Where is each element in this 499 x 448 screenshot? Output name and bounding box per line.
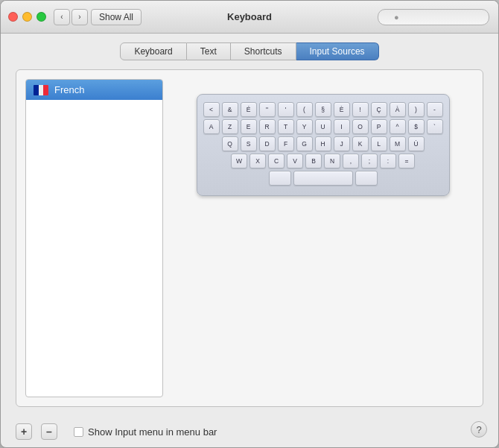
nav-buttons: ‹ › — [54, 9, 88, 25]
help-button[interactable]: ? — [471, 421, 487, 438]
keyboard-row-3: Q S D F G H J K L M Ù — [203, 136, 443, 151]
back-button[interactable]: ‹ — [54, 9, 70, 25]
show-all-button[interactable]: Show All — [91, 9, 142, 25]
key-A-grave[interactable]: À — [390, 102, 406, 117]
key-V[interactable]: V — [287, 154, 303, 168]
key-H[interactable]: H — [315, 136, 331, 151]
key-J[interactable]: J — [334, 136, 350, 151]
key-modifier-r[interactable] — [355, 171, 378, 186]
key-E-acute[interactable]: É — [241, 102, 257, 117]
key-modifier-l[interactable] — [269, 171, 291, 186]
key-semicolon[interactable]: ; — [361, 154, 378, 168]
keyboard-preview: < & É " ' ( § È ! Ç À ) - — [197, 94, 450, 196]
maximize-button[interactable] — [36, 12, 46, 22]
key-I[interactable]: I — [334, 119, 350, 134]
key-colon[interactable]: : — [380, 154, 396, 168]
show-input-menu-checkbox[interactable] — [74, 427, 83, 437]
tab-input-sources[interactable]: Input Sources — [296, 42, 379, 60]
key-caret[interactable]: ^ — [390, 119, 406, 134]
key-S[interactable]: S — [241, 136, 257, 151]
key-M[interactable]: M — [390, 136, 406, 151]
minimize-button[interactable] — [22, 12, 32, 22]
list-item[interactable]: French — [26, 80, 162, 100]
close-button[interactable] — [8, 12, 18, 22]
key-dollar[interactable]: $ — [408, 119, 425, 134]
bottom-bar: + – Show Input menu in menu bar — [1, 416, 498, 447]
key-A[interactable]: A — [203, 119, 220, 134]
language-list: French — [25, 79, 163, 397]
key-space[interactable] — [293, 171, 353, 186]
key-section[interactable]: § — [315, 102, 331, 117]
french-flag-icon — [34, 85, 48, 95]
key-N[interactable]: N — [324, 154, 340, 168]
add-language-button[interactable]: + — [16, 423, 32, 440]
key-Z[interactable]: Z — [222, 119, 238, 134]
show-input-menu-checkbox-area[interactable]: Show Input menu in menu bar — [74, 426, 217, 438]
content-area: French < & É " ' ( § È — [1, 60, 498, 416]
key-equals[interactable]: = — [398, 154, 415, 168]
remove-language-button[interactable]: – — [41, 423, 57, 440]
keyboard-row-1: < & É " ' ( § È ! Ç À ) - — [203, 102, 443, 117]
key-X[interactable]: X — [250, 154, 266, 168]
key-R[interactable]: R — [259, 119, 276, 134]
keyboard-row-2: A Z E R T Y U I O P ^ $ ` — [203, 119, 443, 134]
key-L[interactable]: L — [371, 136, 387, 151]
key-apos[interactable]: ' — [278, 102, 294, 117]
tab-bar: Keyboard Text Shortcuts Input Sources — [1, 34, 498, 60]
key-K[interactable]: K — [352, 136, 369, 151]
key-E-grave[interactable]: È — [334, 102, 350, 117]
key-W[interactable]: W — [231, 154, 247, 168]
key-G[interactable]: G — [296, 136, 313, 151]
search-input[interactable] — [378, 9, 489, 25]
tab-text[interactable]: Text — [187, 42, 231, 60]
traffic-lights — [8, 12, 46, 22]
key-C-cedilla[interactable]: Ç — [371, 102, 387, 117]
keyboard-row-space — [203, 171, 443, 186]
titlebar: ‹ › Show All Keyboard ● — [1, 1, 498, 34]
show-input-menu-label: Show Input menu in menu bar — [88, 426, 217, 438]
language-label: French — [54, 84, 84, 95]
key-C[interactable]: C — [268, 154, 285, 168]
key-dash[interactable]: - — [427, 102, 443, 117]
key-comma[interactable]: , — [343, 154, 359, 168]
key-Q[interactable]: Q — [222, 136, 238, 151]
keyboard-preview-area: < & É " ' ( § È ! Ç À ) - — [172, 79, 474, 397]
key-excl[interactable]: ! — [352, 102, 369, 117]
key-amp[interactable]: & — [222, 102, 238, 117]
key-F[interactable]: F — [278, 136, 294, 151]
tab-keyboard[interactable]: Keyboard — [120, 42, 186, 60]
key-rparen[interactable]: ) — [408, 102, 425, 117]
key-lt[interactable]: < — [203, 102, 220, 117]
key-U-grave[interactable]: Ù — [408, 136, 425, 151]
key-D[interactable]: D — [259, 136, 276, 151]
key-O[interactable]: O — [352, 119, 369, 134]
key-U[interactable]: U — [315, 119, 331, 134]
forward-button[interactable]: › — [71, 9, 88, 25]
tab-shortcuts[interactable]: Shortcuts — [231, 42, 296, 60]
key-Y[interactable]: Y — [296, 119, 313, 134]
main-panel: French < & É " ' ( § È — [16, 69, 483, 407]
search-box: ● — [378, 9, 489, 25]
key-quote[interactable]: " — [259, 102, 276, 117]
keyboard-row-4: W X C V B N , ; : = — [203, 154, 443, 168]
key-T[interactable]: T — [278, 119, 294, 134]
window-title: Keyboard — [227, 11, 272, 22]
key-backtick[interactable]: ` — [427, 119, 443, 134]
key-B[interactable]: B — [305, 154, 322, 168]
key-P[interactable]: P — [371, 119, 387, 134]
key-lparen[interactable]: ( — [296, 102, 313, 117]
key-E[interactable]: E — [241, 119, 257, 134]
